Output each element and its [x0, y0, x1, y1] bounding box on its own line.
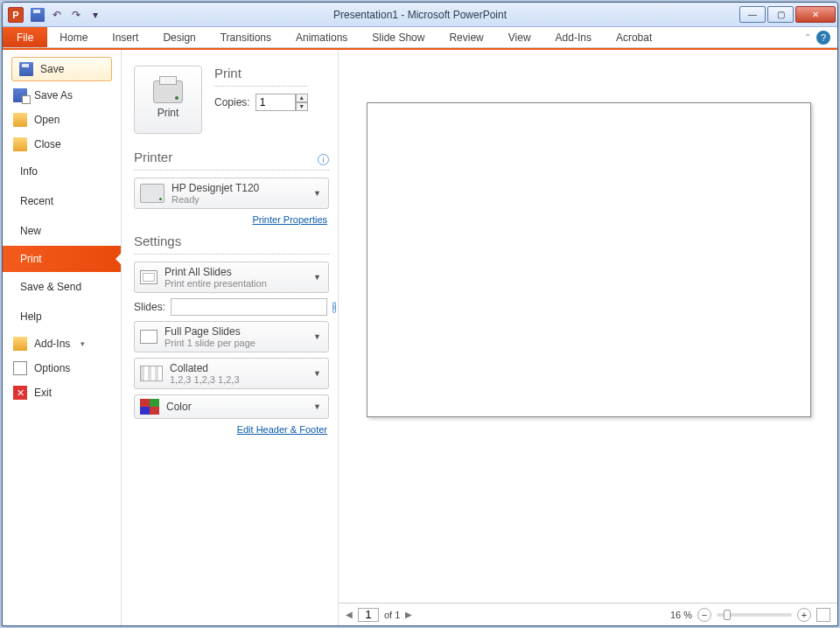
chevron-down-icon: ▼ [313, 189, 321, 198]
file-tab[interactable]: File [3, 27, 47, 47]
full-page-sub: Print 1 slide per page [164, 338, 256, 348]
copies-input[interactable] [256, 94, 296, 111]
minimize-button[interactable]: — [739, 6, 766, 23]
chevron-down-icon: ▼ [313, 273, 321, 282]
slides-input[interactable] [171, 298, 327, 316]
preview-statusbar: ◀ of 1 ▶ 16 % − + [339, 603, 837, 625]
tab-animations[interactable]: Animations [284, 27, 360, 47]
chevron-down-icon: ▼ [313, 332, 321, 341]
qat-redo-icon[interactable]: ↷ [67, 6, 85, 24]
options-label: Options [34, 362, 70, 374]
app-window: P ↶ ↷ ▾ Presentation1 - Microsoft PowerP… [2, 2, 838, 626]
prev-page-icon[interactable]: ◀ [346, 610, 353, 619]
sidebar-item-exit[interactable]: ✕Exit [3, 380, 121, 405]
print-panel: Print Print Copies: ▲▼ Printer [122, 50, 339, 625]
addins-icon [13, 337, 27, 351]
print-range-selector[interactable]: Print All SlidesPrint entire presentatio… [134, 262, 329, 293]
page-icon [140, 330, 158, 344]
tab-home[interactable]: Home [47, 27, 100, 47]
sidebar-item-help[interactable]: Help [3, 302, 121, 331]
folder-icon [13, 137, 27, 151]
tab-review[interactable]: Review [437, 27, 495, 47]
sidebar-item-save-send[interactable]: Save & Send [3, 272, 121, 302]
printer-icon [153, 80, 183, 103]
ribbon-tabs: File Home Insert Design Transitions Anim… [3, 27, 837, 48]
tab-acrobat[interactable]: Acrobat [604, 27, 664, 47]
sidebar-item-save-as[interactable]: Save As [3, 83, 121, 108]
printer-properties-link[interactable]: Printer Properties [134, 214, 327, 225]
tab-add-ins[interactable]: Add-Ins [543, 27, 604, 47]
close-label: Close [34, 138, 61, 150]
exit-label: Exit [34, 387, 52, 399]
backstage: Save Save As Open Close Info Recent New … [3, 48, 837, 625]
close-button[interactable]: ✕ [795, 6, 836, 23]
printer-device-icon [140, 184, 164, 203]
zoom-slider[interactable] [717, 613, 792, 617]
sidebar-item-open[interactable]: Open [3, 108, 121, 132]
print-preview: ◀ of 1 ▶ 16 % − + [339, 50, 837, 625]
sidebar-item-info[interactable]: Info [3, 157, 121, 186]
printer-heading: Printer [134, 150, 172, 164]
print-button[interactable]: Print [134, 66, 202, 134]
tab-slide-show[interactable]: Slide Show [360, 27, 437, 47]
color-label: Color [166, 401, 192, 413]
chevron-down-icon: ▼ [313, 402, 321, 411]
copies-down-icon[interactable]: ▼ [296, 102, 308, 111]
info-icon[interactable]: i [332, 302, 336, 313]
info-icon[interactable]: i [318, 154, 329, 165]
sidebar-item-addins[interactable]: Add-Ins▾ [3, 331, 121, 356]
zoom-percent: 16 % [670, 610, 692, 620]
sidebar-item-new[interactable]: New [3, 216, 121, 246]
tab-design[interactable]: Design [150, 27, 207, 47]
sidebar-item-save[interactable]: Save [11, 57, 112, 81]
options-icon [13, 361, 27, 375]
next-page-icon[interactable]: ▶ [405, 610, 412, 619]
close-icon: ✕ [13, 386, 27, 400]
collated-sub: 1,2,3 1,2,3 1,2,3 [170, 374, 240, 385]
sidebar-item-recent[interactable]: Recent [3, 186, 121, 216]
window-title: Presentation1 - Microsoft PowerPoint [333, 9, 507, 21]
addins-label: Add-Ins [34, 338, 70, 350]
zoom-in-button[interactable]: + [797, 608, 811, 622]
collation-selector[interactable]: Collated1,2,3 1,2,3 1,2,3 ▼ [134, 358, 329, 389]
folder-open-icon [13, 113, 27, 127]
tab-insert[interactable]: Insert [100, 27, 150, 47]
sidebar-item-close[interactable]: Close [3, 132, 121, 157]
zoom-out-button[interactable]: − [697, 608, 711, 622]
edit-header-footer-link[interactable]: Edit Header & Footer [134, 424, 327, 435]
print-all-title: Print All Slides [164, 266, 267, 278]
maximize-button[interactable]: ▢ [767, 6, 794, 23]
slides-icon [140, 270, 158, 284]
zoom-thumb[interactable] [724, 610, 731, 620]
quick-access-toolbar: ↶ ↷ ▾ [29, 6, 104, 24]
color-icon [140, 399, 159, 415]
save-label: Save [40, 63, 64, 75]
collate-icon [140, 366, 163, 381]
slide-preview [367, 102, 811, 417]
qat-save-icon[interactable] [29, 6, 46, 24]
qat-undo-icon[interactable]: ↶ [48, 6, 66, 24]
printer-selector[interactable]: HP Designjet T120Ready ▼ [134, 178, 329, 209]
full-page-title: Full Page Slides [164, 325, 256, 338]
print-heading: Print [214, 66, 308, 80]
save-as-icon [13, 88, 27, 102]
app-icon: P [8, 7, 24, 23]
layout-selector[interactable]: Full Page SlidesPrint 1 slide per page ▼ [134, 321, 329, 352]
zoom-fit-button[interactable] [816, 608, 830, 622]
copies-spinner[interactable]: ▲▼ [256, 94, 308, 111]
chevron-down-icon: ▾ [80, 339, 85, 348]
sidebar-item-print[interactable]: Print [3, 246, 121, 272]
qat-customize-icon[interactable]: ▾ [87, 6, 104, 24]
sidebar-item-options[interactable]: Options [3, 356, 121, 380]
tab-transitions[interactable]: Transitions [208, 27, 284, 47]
chevron-down-icon: ▼ [313, 369, 321, 378]
page-of-label: of 1 [384, 610, 400, 620]
page-input[interactable] [358, 608, 379, 622]
print-all-sub: Print entire presentation [164, 278, 267, 289]
color-selector[interactable]: Color ▼ [134, 394, 329, 419]
help-icon[interactable]: ? [816, 31, 830, 45]
tab-view[interactable]: View [496, 27, 543, 47]
collated-title: Collated [170, 362, 240, 374]
ribbon-minimize-icon[interactable]: ⌃ [804, 32, 811, 42]
copies-up-icon[interactable]: ▲ [296, 94, 308, 102]
